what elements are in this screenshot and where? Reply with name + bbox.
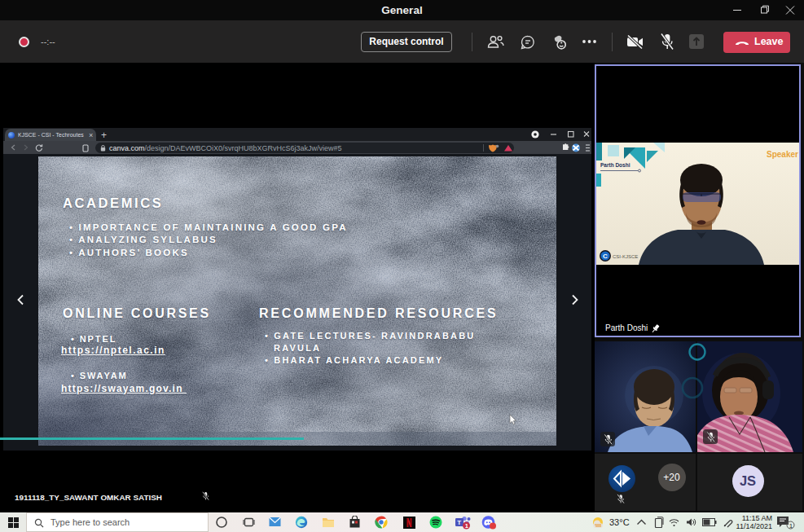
svg-text:CSI-KJSCE: CSI-KJSCE — [613, 254, 638, 259]
svg-text:1: 1 — [465, 522, 468, 530]
svg-text:1: 1 — [789, 522, 793, 530]
svg-text:Parth Doshi: Parth Doshi — [600, 162, 630, 168]
svg-text:C: C — [603, 253, 608, 260]
svg-text:Speaker: Speaker — [767, 150, 798, 159]
svg-text:T: T — [457, 519, 461, 526]
